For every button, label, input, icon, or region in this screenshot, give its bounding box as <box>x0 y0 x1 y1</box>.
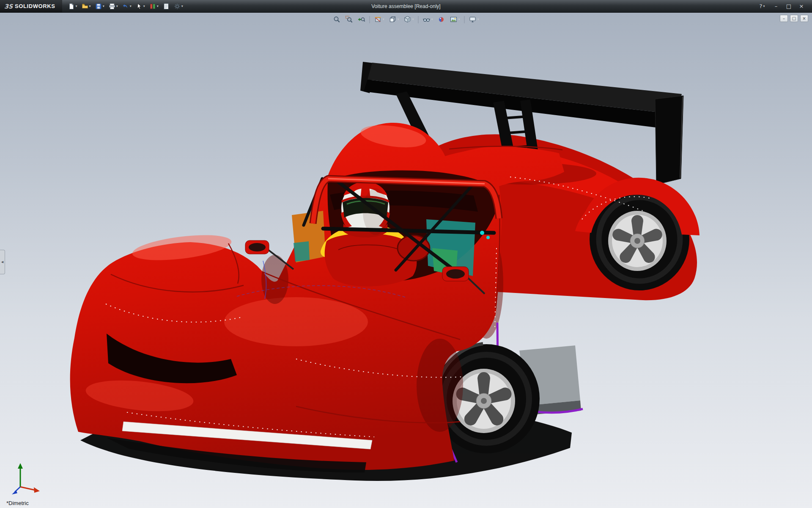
standard-toolbar: ▾ ▾ ▾ ▾ ▾ ▾ ▾ <box>66 2 185 11</box>
file-properties-button[interactable] <box>161 2 171 11</box>
magnifier-back-icon <box>357 16 365 23</box>
wireframe-cube-icon <box>389 16 396 23</box>
rebuild-button[interactable]: ▾ <box>148 2 160 11</box>
scene-photo-icon <box>450 16 458 23</box>
dropdown-caret[interactable]: ▾ <box>143 5 145 8</box>
dropdown-caret[interactable]: ▾ <box>458 18 460 21</box>
apply-scene-button[interactable]: ▾ <box>449 15 461 24</box>
close-icon: × <box>799 3 804 9</box>
dropdown-caret[interactable]: ▾ <box>116 5 118 8</box>
file-properties-icon <box>163 3 170 10</box>
section-view-button[interactable]: ▾ <box>373 15 385 24</box>
help-icon: ? <box>760 3 763 9</box>
view-orientation-label: *Dimetric <box>6 500 29 506</box>
maximize-button[interactable]: □ <box>783 2 794 11</box>
dropdown-caret[interactable]: ▾ <box>477 18 479 21</box>
solidworks-window: ЗS SOLIDWORKS ▾ ▾ ▾ ▾ ▾ <box>0 0 812 508</box>
shaded-cube-icon <box>403 16 411 23</box>
display-style-button[interactable]: ▾ <box>402 15 415 24</box>
restore-icon: □ <box>792 16 796 21</box>
dropdown-caret[interactable]: ▾ <box>157 5 159 8</box>
document-window-controls: – □ × <box>780 15 808 22</box>
zoom-to-fit-button[interactable] <box>332 15 342 24</box>
title-bar: ЗS SOLIDWORKS ▾ ▾ ▾ ▾ ▾ <box>0 0 812 13</box>
new-document-icon <box>68 3 75 10</box>
dropdown-caret[interactable]: ▾ <box>382 18 384 21</box>
toolbar-separator <box>369 16 370 23</box>
heads-up-view-toolbar: ▾ ▾ ▾ ▾ ▾ <box>332 15 480 24</box>
rebuild-icon <box>149 3 156 10</box>
reference-triad <box>9 460 45 498</box>
solidworks-logo: ЗS SOLIDWORKS <box>0 0 62 12</box>
magnifier-icon <box>333 16 340 23</box>
save-icon <box>95 3 102 10</box>
dropdown-caret[interactable]: ▾ <box>763 5 765 8</box>
color-ball-icon <box>438 16 445 23</box>
document-minimize-button[interactable]: – <box>780 15 788 22</box>
monitor-icon <box>469 16 477 23</box>
dropdown-caret[interactable]: ▾ <box>431 18 433 21</box>
task-pane-collapse-tab[interactable]: ◀ <box>0 250 5 274</box>
dropdown-caret[interactable]: ▾ <box>181 5 183 8</box>
toolbar-separator <box>418 16 419 23</box>
graphics-viewport[interactable]: ▾ ▾ ▾ ▾ ▾ <box>0 13 812 508</box>
document-restore-button[interactable]: □ <box>790 15 798 22</box>
magnifier-area-icon <box>345 16 353 23</box>
previous-view-button[interactable] <box>356 15 366 24</box>
section-cube-icon <box>374 16 381 23</box>
options-button[interactable]: ▾ <box>172 2 185 11</box>
dropdown-caret[interactable]: ▾ <box>397 18 399 21</box>
undo-icon <box>122 3 129 10</box>
cyan-light <box>480 231 484 235</box>
toolbar-separator <box>464 16 465 23</box>
hide-show-items-button[interactable]: ▾ <box>422 15 434 24</box>
view-orientation-button[interactable]: ▾ <box>387 15 400 24</box>
close-button[interactable]: × <box>796 2 807 11</box>
window-controls: ? ▾ – □ × <box>755 2 812 11</box>
save-button[interactable]: ▾ <box>93 2 106 11</box>
dropdown-caret[interactable]: ▾ <box>89 5 91 8</box>
dropdown-caret[interactable]: ▾ <box>412 18 414 21</box>
zoom-to-area-button[interactable] <box>344 15 354 24</box>
y-axis-arrow <box>18 463 23 469</box>
view-settings-button[interactable]: ▾ <box>468 15 480 24</box>
dropdown-caret[interactable]: ▾ <box>103 5 104 8</box>
minimize-button[interactable]: – <box>771 2 782 11</box>
collapse-arrow-icon: ◀ <box>1 260 3 264</box>
x-axis-arrow <box>34 487 40 493</box>
select-button[interactable]: ▾ <box>134 2 147 11</box>
3d-model-voiture-assemblee[interactable] <box>0 13 812 508</box>
dropdown-caret[interactable]: ▾ <box>76 5 77 8</box>
new-document-button[interactable]: ▾ <box>66 2 79 11</box>
options-gear-icon <box>174 3 181 10</box>
minimize-icon: – <box>783 16 785 21</box>
eyeglasses-icon <box>423 16 431 23</box>
select-cursor-icon <box>136 3 143 10</box>
solidworks-logo-glyph: ЗS <box>4 3 13 10</box>
cyan-light <box>486 236 490 239</box>
open-folder-icon <box>82 3 88 10</box>
print-icon <box>109 3 115 10</box>
maximize-icon: □ <box>786 3 791 9</box>
dropdown-caret[interactable]: ▾ <box>130 5 132 8</box>
undo-button[interactable]: ▾ <box>121 2 133 11</box>
minimize-icon: – <box>775 3 778 9</box>
solidworks-logo-text: SOLIDWORKS <box>15 3 55 9</box>
open-button[interactable]: ▾ <box>80 2 93 11</box>
help-button[interactable]: ? ▾ <box>755 2 769 11</box>
edit-appearance-button[interactable] <box>436 15 447 24</box>
close-icon: × <box>802 16 806 21</box>
print-button[interactable]: ▾ <box>107 2 120 11</box>
document-close-button[interactable]: × <box>800 15 808 22</box>
